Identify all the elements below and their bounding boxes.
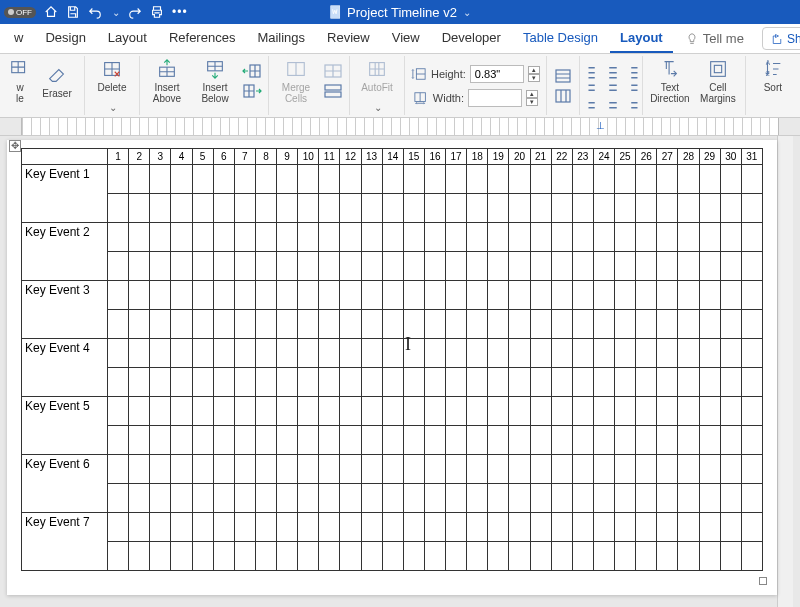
table-cell[interactable] — [446, 426, 467, 455]
table-cell[interactable] — [403, 397, 424, 426]
col-header[interactable]: 28 — [678, 149, 699, 165]
table-cell[interactable] — [150, 281, 171, 310]
table-cell[interactable] — [298, 542, 319, 571]
table-cell[interactable] — [361, 455, 382, 484]
table-cell[interactable] — [657, 310, 678, 339]
table-cell[interactable] — [171, 455, 192, 484]
table-cell[interactable] — [657, 368, 678, 397]
table-cell[interactable] — [340, 339, 361, 368]
table-cell[interactable] — [192, 426, 213, 455]
table-cell[interactable] — [298, 455, 319, 484]
table-resize-handle[interactable] — [759, 577, 767, 585]
table-cell[interactable] — [319, 165, 340, 194]
table-cell[interactable] — [741, 484, 762, 513]
table-cell[interactable] — [340, 281, 361, 310]
table-cell[interactable] — [192, 484, 213, 513]
table-cell[interactable] — [319, 252, 340, 281]
table-cell[interactable] — [171, 281, 192, 310]
table-cell[interactable] — [361, 310, 382, 339]
table-cell[interactable] — [593, 397, 614, 426]
table-cell[interactable] — [636, 542, 657, 571]
more-icon[interactable]: ••• — [172, 5, 188, 19]
table-cell[interactable] — [657, 165, 678, 194]
table-cell[interactable] — [319, 281, 340, 310]
table-cell[interactable] — [593, 252, 614, 281]
sort-button[interactable]: AZ Sort — [752, 58, 794, 93]
table-cell[interactable] — [171, 513, 192, 542]
table-cell[interactable] — [530, 368, 551, 397]
table-cell[interactable] — [551, 368, 572, 397]
table-cell[interactable] — [340, 513, 361, 542]
table-cell[interactable] — [636, 223, 657, 252]
table-cell[interactable] — [488, 455, 509, 484]
table-cell[interactable] — [255, 368, 276, 397]
table-cell[interactable] — [572, 513, 593, 542]
table-cell[interactable] — [108, 223, 129, 252]
table-cell[interactable] — [657, 542, 678, 571]
col-header[interactable]: 21 — [530, 149, 551, 165]
table-cell[interactable] — [150, 484, 171, 513]
table-cell[interactable] — [678, 368, 699, 397]
table-cell[interactable] — [572, 368, 593, 397]
col-header[interactable]: 5 — [192, 149, 213, 165]
table-cell[interactable] — [108, 194, 129, 223]
table-cell[interactable] — [129, 165, 150, 194]
table-cell[interactable] — [699, 542, 720, 571]
table-cell[interactable] — [255, 426, 276, 455]
table-cell[interactable] — [277, 484, 298, 513]
table-cell[interactable] — [150, 310, 171, 339]
table-cell[interactable] — [593, 339, 614, 368]
table-cell[interactable] — [171, 223, 192, 252]
chevron-down-icon[interactable]: ⌄ — [374, 102, 382, 113]
table-cell[interactable] — [657, 223, 678, 252]
table-cell[interactable] — [488, 223, 509, 252]
print-icon[interactable] — [150, 5, 164, 19]
table-cell[interactable] — [255, 455, 276, 484]
table-cell[interactable] — [699, 513, 720, 542]
table-cell[interactable] — [720, 339, 741, 368]
table-cell[interactable] — [424, 455, 445, 484]
table-cell[interactable] — [108, 484, 129, 513]
table-cell[interactable] — [636, 165, 657, 194]
table-corner-cell[interactable] — [22, 149, 108, 165]
col-width-field[interactable]: Width: ▴▾ — [413, 89, 538, 107]
col-header[interactable]: 16 — [424, 149, 445, 165]
table-cell[interactable] — [509, 223, 530, 252]
table-cell[interactable] — [551, 194, 572, 223]
table-cell[interactable] — [424, 542, 445, 571]
table-cell[interactable] — [509, 368, 530, 397]
table-cell[interactable] — [150, 165, 171, 194]
table-cell[interactable] — [488, 397, 509, 426]
table-cell[interactable] — [403, 426, 424, 455]
tab-table-layout[interactable]: Layout — [610, 24, 673, 53]
table-cell[interactable] — [593, 426, 614, 455]
table-cell[interactable] — [129, 397, 150, 426]
table-cell[interactable] — [593, 281, 614, 310]
col-header[interactable]: 4 — [171, 149, 192, 165]
table-cell[interactable] — [361, 339, 382, 368]
col-header[interactable]: 24 — [593, 149, 614, 165]
table-cell[interactable] — [213, 194, 234, 223]
table-cell[interactable] — [467, 397, 488, 426]
row-label[interactable]: Key Event 2 — [22, 223, 108, 281]
row-label[interactable]: Key Event 7 — [22, 513, 108, 571]
table-cell[interactable] — [741, 542, 762, 571]
table-cell[interactable] — [657, 281, 678, 310]
table-cell[interactable] — [298, 368, 319, 397]
table-cell[interactable] — [699, 484, 720, 513]
table-cell[interactable] — [615, 223, 636, 252]
table-cell[interactable] — [361, 194, 382, 223]
table-cell[interactable] — [382, 513, 403, 542]
table-cell[interactable] — [572, 165, 593, 194]
table-cell[interactable] — [108, 513, 129, 542]
table-cell[interactable] — [255, 339, 276, 368]
table-cell[interactable] — [530, 281, 551, 310]
table-cell[interactable] — [530, 252, 551, 281]
col-header[interactable]: 6 — [213, 149, 234, 165]
table-cell[interactable] — [657, 252, 678, 281]
col-header[interactable]: 10 — [298, 149, 319, 165]
split-table-button[interactable] — [323, 82, 343, 100]
table-cell[interactable] — [361, 252, 382, 281]
table-cell[interactable] — [720, 165, 741, 194]
table-cell[interactable] — [234, 252, 255, 281]
